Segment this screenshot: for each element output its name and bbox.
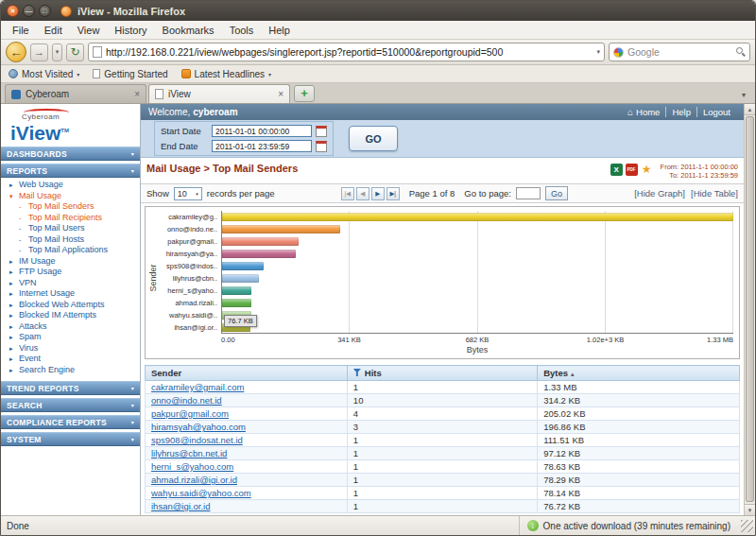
column-header-hits[interactable]: Hits xyxy=(347,366,537,381)
resize-grip[interactable] xyxy=(741,520,753,532)
first-page-button[interactable]: |◀ xyxy=(341,187,354,200)
url-input[interactable] xyxy=(106,46,593,58)
sender-link-onno-indo-net-id[interactable]: onno@indo.net.id xyxy=(151,395,222,406)
window-close-button[interactable]: × xyxy=(7,5,19,17)
goto-page-go-button[interactable]: Go xyxy=(545,186,568,200)
sidebar-item-virus[interactable]: ▸Virus xyxy=(1,343,140,354)
search-bar[interactable] xyxy=(609,43,750,61)
menu-tools[interactable]: Tools xyxy=(222,23,262,38)
tab-list-dropdown-icon[interactable]: ▾ xyxy=(736,86,751,103)
sidebar-item-top-mail-users[interactable]: -Top Mail Users xyxy=(1,223,140,234)
sidebar-section-trend-reports[interactable]: TREND REPORTS▾ xyxy=(1,381,140,395)
calendar-icon[interactable] xyxy=(316,126,327,137)
sidebar-section-dashboards[interactable]: DASHBOARDS▾ xyxy=(1,147,140,161)
goto-page-input[interactable] xyxy=(516,187,541,199)
vertical-scrollbar[interactable]: ▲ ▼ xyxy=(744,104,755,515)
sidebar-item-blocked-web-attempts[interactable]: ▸Blocked Web Attempts xyxy=(1,300,140,311)
sender-link-ahmad-rizali-igi-or-id[interactable]: ahmad.rizali@igi.or.id xyxy=(151,475,237,485)
filter-icon[interactable] xyxy=(353,369,361,376)
sender-link-ihsan-igi-or-id[interactable]: ihsan@igi.or.id xyxy=(151,501,210,511)
window-minimize-button[interactable]: — xyxy=(23,5,35,17)
scroll-up-button[interactable]: ▲ xyxy=(745,104,755,115)
sidebar-section-reports[interactable]: REPORTS▾ xyxy=(1,164,140,178)
scroll-down-button[interactable]: ▼ xyxy=(745,504,755,515)
menu-help[interactable]: Help xyxy=(261,23,298,38)
sidebar-item-attacks[interactable]: ▸Attacks xyxy=(1,321,140,333)
tab-iview[interactable]: iView× xyxy=(148,84,290,103)
top-link-help[interactable]: Help xyxy=(665,107,696,117)
sidebar-item-web-usage[interactable]: ▸Web Usage xyxy=(1,180,140,191)
last-page-button[interactable]: ▶| xyxy=(387,187,400,200)
sidebar-item-top-mail-senders[interactable]: -Top Mail Senders xyxy=(1,201,140,213)
sender-link-wahyu-saidi-yahoo-com[interactable]: wahyu.saidi@yahoo.com xyxy=(151,488,251,498)
sidebar-section-search[interactable]: SEARCH▾ xyxy=(1,398,140,412)
bookmark-most-visited[interactable]: Most Visited▾ xyxy=(9,69,79,79)
chart-bar[interactable] xyxy=(222,262,264,270)
download-status-panel[interactable]: ↓ One active download (39 minutes remain… xyxy=(519,516,753,535)
sidebar-item-internet-usage[interactable]: ▸Internet Usage xyxy=(1,288,140,300)
sender-link-sps908-indosat-net-id[interactable]: sps908@indosat.net.id xyxy=(151,435,243,445)
menu-edit[interactable]: Edit xyxy=(37,23,70,38)
chart-bar[interactable] xyxy=(222,274,259,283)
sidebar-item-search-engine[interactable]: ▸Search Engine xyxy=(1,365,140,376)
column-header-sender[interactable]: Sender xyxy=(146,366,348,381)
tab-cyberoam[interactable]: Cyberoam× xyxy=(5,84,146,103)
sidebar-item-mail-usage[interactable]: ▾Mail Usage xyxy=(1,191,140,202)
menu-file[interactable]: File xyxy=(5,23,37,38)
url-dropdown-icon[interactable]: ▾ xyxy=(596,48,600,56)
search-icon[interactable] xyxy=(736,47,746,57)
sender-link-herni-s-yahoo-com[interactable]: herni_s@yahoo.com xyxy=(151,461,233,472)
hide-table-link[interactable]: [Hide Table] xyxy=(691,188,738,199)
search-input[interactable] xyxy=(627,46,732,58)
menu-bookmarks[interactable]: Bookmarks xyxy=(155,23,222,38)
start-date-input[interactable] xyxy=(212,125,312,137)
sender-link-hiramsyah-yahoo-com[interactable]: hiramsyah@yahoo.com xyxy=(151,422,246,432)
back-button[interactable]: ← xyxy=(6,42,26,62)
history-dropdown-icon[interactable]: ▾ xyxy=(52,43,62,61)
pdf-icon[interactable]: PDF xyxy=(626,164,638,176)
url-bar[interactable]: ▾ xyxy=(88,43,605,61)
menu-history[interactable]: History xyxy=(107,23,154,38)
top-link-home[interactable]: ⌂Home xyxy=(622,107,665,117)
calendar-icon[interactable] xyxy=(316,141,327,152)
page-size-select[interactable]: 10 ▾ xyxy=(174,187,202,200)
bookmark-getting-started[interactable]: Getting Started xyxy=(93,69,167,79)
sidebar-item-spam[interactable]: ▸Spam xyxy=(1,332,140,343)
forward-button[interactable]: → xyxy=(30,43,48,61)
tab-close-icon[interactable]: × xyxy=(134,90,140,99)
sidebar-item-vpn[interactable]: ▸VPN xyxy=(1,278,140,289)
chart-bar[interactable] xyxy=(222,225,340,233)
sidebar-section-compliance-reports[interactable]: COMPLIANCE REPORTS▾ xyxy=(1,415,140,429)
sender-link-pakpur-gmail-com[interactable]: pakpur@gmail.com xyxy=(151,408,229,419)
hide-graph-link[interactable]: [Hide Graph] xyxy=(634,188,685,199)
refresh-button[interactable]: ↻ xyxy=(66,43,84,61)
go-button[interactable]: GO xyxy=(349,126,398,151)
sidebar-item-ftp-usage[interactable]: ▸FTP Usage xyxy=(1,267,140,278)
bookmark-latest-headlines[interactable]: Latest Headlines▾ xyxy=(181,69,272,79)
prev-page-button[interactable]: ◀ xyxy=(356,187,369,200)
sidebar-item-top-mail-applications[interactable]: -Top Mail Applications xyxy=(1,245,140,256)
end-date-input[interactable] xyxy=(212,140,312,152)
sidebar-item-im-usage[interactable]: ▸IM Usage xyxy=(1,256,140,268)
window-maximize-button[interactable]: □ xyxy=(39,5,51,17)
sidebar-section-system[interactable]: SYSTEM▾ xyxy=(1,432,140,446)
scrollbar-thumb[interactable] xyxy=(746,116,754,502)
sidebar-item-blocked-im-attempts[interactable]: ▸Blocked IM Attempts xyxy=(1,310,140,321)
chart-bar[interactable] xyxy=(222,299,251,307)
next-page-button[interactable]: ▶ xyxy=(371,187,385,200)
top-link-logout[interactable]: Logout xyxy=(696,107,736,117)
menu-view[interactable]: View xyxy=(70,23,108,38)
chart-bar[interactable] xyxy=(222,213,733,221)
column-header-bytes[interactable]: Bytes▴ xyxy=(538,366,740,381)
new-tab-button[interactable]: + xyxy=(294,85,315,102)
sender-link-lilyhrus-cbn-net-id[interactable]: lilyhrus@cbn.net.id xyxy=(151,448,227,458)
sidebar-item-top-mail-recipients[interactable]: -Top Mail Recipients xyxy=(1,213,140,224)
sidebar-item-event[interactable]: ▸Event xyxy=(1,354,140,365)
star-icon[interactable]: ★ xyxy=(641,164,653,176)
chart-bar[interactable] xyxy=(222,250,296,258)
tab-close-icon[interactable]: × xyxy=(278,90,284,99)
chart-bar[interactable] xyxy=(222,237,299,246)
sender-link-cakramiley-gmail-com[interactable]: cakramiley@gmail.com xyxy=(151,382,244,392)
excel-icon[interactable]: X xyxy=(610,164,623,176)
chart-bar[interactable] xyxy=(222,286,251,295)
